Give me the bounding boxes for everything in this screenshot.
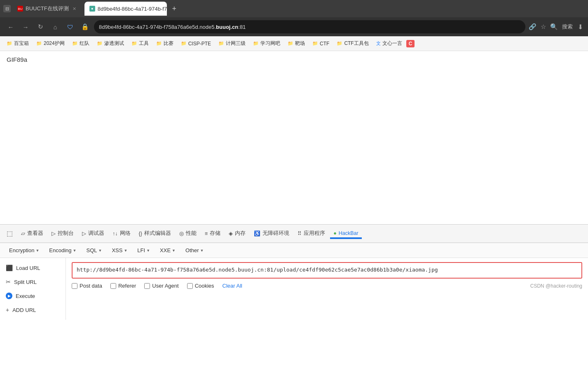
hackbar-menu-xxe[interactable]: XXE ▼ <box>156 246 180 255</box>
bookmark-learning[interactable]: 📁 学习网吧 <box>250 38 283 49</box>
dt-btn-inspector[interactable]: ▱ 查看器 <box>18 228 47 239</box>
xxe-arrow: ▼ <box>172 248 176 253</box>
clear-all-button[interactable]: Clear All <box>223 283 242 289</box>
address-input[interactable]: 8d9be4fd-86bc-4a71-974b-f758a76a6e5d.nod… <box>94 20 525 33</box>
dt-btn-console[interactable]: ▷ 控制台 <box>48 228 77 239</box>
dt-btn-network[interactable]: ↑↓ 网络 <box>109 228 134 239</box>
bookmark-baobao[interactable]: 📁 百宝箱 <box>3 38 32 49</box>
tab-bar-left: ⊟ <box>3 5 11 12</box>
dt-btn-hackbar[interactable]: ● HackBar <box>330 229 362 239</box>
bookmark-label: 工具 <box>139 40 149 47</box>
cookies-checkbox[interactable]: Cookies <box>187 283 214 289</box>
tab-favicon-active: ● <box>89 6 95 12</box>
bookmark-label: 学习网吧 <box>260 40 280 47</box>
url-input-box[interactable]: http://8d9be4fd-86bc-4a71-974b-f758a76a6… <box>72 262 582 279</box>
encoding-label: Encoding <box>49 247 71 253</box>
other-label: Other <box>185 247 199 253</box>
bookmark-2024[interactable]: 📁 2024护网 <box>33 38 68 49</box>
tab-close-buuctf[interactable]: ✕ <box>71 5 78 12</box>
load-url-icon: ⬛ <box>6 265 13 271</box>
bookmark-label: 渗透测试 <box>104 40 124 47</box>
folder-icon: 📁 <box>181 41 187 46</box>
dt-btn-style[interactable]: {} 样式编辑器 <box>136 228 174 239</box>
memory-icon: ◈ <box>229 230 233 237</box>
download-icon[interactable]: ⬇ <box>578 23 583 31</box>
inspector-label: 查看器 <box>27 230 43 237</box>
bookmark-cisp[interactable]: 📁 CISP-PTE <box>178 39 214 48</box>
folder-icon: 📁 <box>288 41 293 46</box>
split-url-icon: ✂ <box>6 279 11 285</box>
window-control-menu[interactable]: ⊟ <box>3 5 11 12</box>
search-label: 搜索 <box>562 23 573 30</box>
useragent-checkbox[interactable]: User Agent <box>144 283 178 289</box>
dt-btn-storage[interactable]: ≡ 存储 <box>201 228 224 239</box>
style-icon: {} <box>139 231 142 237</box>
performance-icon: ◎ <box>179 230 184 237</box>
bookmark-wenxin[interactable]: 文 文心一言 <box>373 38 405 49</box>
load-url-button[interactable]: ⬛ Load URL <box>0 261 66 274</box>
address-text: 8d9be4fd-86bc-4a71-974b-f758a76a6e5d.nod… <box>99 24 246 30</box>
debugger-label: 调试器 <box>88 230 104 237</box>
hackbar-menu-encryption[interactable]: Encryption ▼ <box>5 246 43 255</box>
useragent-check[interactable] <box>144 283 150 289</box>
forward-button[interactable]: → <box>20 21 31 33</box>
tab-bar: ⊟ BU BUUCTF在线评测 ✕ ● 8d9be4fd-86bc-4a71-9… <box>0 0 588 17</box>
refresh-button[interactable]: ↻ <box>35 21 46 33</box>
other-arrow: ▼ <box>200 248 204 253</box>
address-domain: buuoj.cn <box>216 24 238 30</box>
bookmark-label: CTF工具包 <box>344 40 368 47</box>
dt-btn-apps[interactable]: ⠿ 应用程序 <box>294 228 328 239</box>
xss-label: XSS <box>112 247 122 253</box>
dt-btn-performance[interactable]: ◎ 性能 <box>176 228 200 239</box>
bookmark-label: 文心一言 <box>382 40 402 47</box>
home-button[interactable]: ⌂ <box>49 21 61 33</box>
bookmark-c[interactable]: C <box>406 40 415 47</box>
back-button[interactable]: ← <box>5 21 16 33</box>
bookmark-pentest[interactable]: 📁 渗透测试 <box>94 38 127 49</box>
bookmark-label: 比赛 <box>164 40 173 47</box>
referer-check[interactable] <box>110 283 116 289</box>
postdata-checkbox[interactable]: Post data <box>72 283 102 289</box>
hackbar-menu-lfi[interactable]: LFI ▼ <box>133 246 154 255</box>
bookmark-star-icon[interactable]: ☆ <box>541 23 546 30</box>
folder-icon: 📁 <box>131 41 137 46</box>
folder-icon: 📁 <box>72 41 78 46</box>
execute-button[interactable]: ▶ Execute <box>0 289 66 302</box>
hackbar-menu-other[interactable]: Other ▼ <box>181 246 208 255</box>
browser-chrome: ⊟ BU BUUCTF在线评测 ✕ ● 8d9be4fd-86bc-4a71-9… <box>0 0 588 51</box>
tab-active[interactable]: ● 8d9be4fd-86bc-4a71-974b-f758 ✕ <box>84 2 167 16</box>
hackbar-menu-encoding[interactable]: Encoding ▼ <box>45 246 80 255</box>
bookmark-tools[interactable]: 📁 工具 <box>128 38 152 49</box>
bookmark-target[interactable]: 📁 靶场 <box>284 38 308 49</box>
dt-btn-accessibility[interactable]: ♿ 无障碍环境 <box>251 228 293 239</box>
split-url-label: Split URL <box>14 279 37 285</box>
bookmark-ctf[interactable]: 📁 CTF <box>309 39 333 48</box>
postdata-check[interactable] <box>72 283 77 289</box>
tab-label-buuctf: BUUCTF在线评测 <box>26 5 69 12</box>
referer-checkbox[interactable]: Referer <box>110 283 136 289</box>
network-icon[interactable]: 🔗 <box>529 23 536 30</box>
hackbar-label: HackBar <box>339 230 358 236</box>
bookmark-redteam[interactable]: 📁 红队 <box>69 38 93 49</box>
dt-btn-pick[interactable]: ⬚ <box>3 228 16 239</box>
dt-btn-debugger[interactable]: ▷ 调试器 <box>79 228 108 239</box>
search-icon[interactable]: 🔍 <box>550 23 558 30</box>
accessibility-label: 无障碍环境 <box>262 230 289 237</box>
apps-icon: ⠿ <box>298 230 302 237</box>
bookmark-network[interactable]: 📁 计网三级 <box>215 38 249 49</box>
hackbar-menu-sql[interactable]: SQL ▼ <box>82 246 106 255</box>
cookies-check[interactable] <box>187 283 193 289</box>
dt-btn-memory[interactable]: ◈ 内存 <box>225 228 249 239</box>
bookmark-ctftools[interactable]: 📁 CTF工具包 <box>333 38 372 49</box>
page-text: GIF89a <box>7 56 27 63</box>
encryption-label: Encryption <box>9 247 34 253</box>
split-url-button[interactable]: ✂ Split URL <box>0 275 66 288</box>
storage-label: 存储 <box>210 230 220 237</box>
hackbar-menu-xss[interactable]: XSS ▼ <box>108 246 131 255</box>
new-tab-button[interactable]: + <box>169 3 180 14</box>
console-icon: ▷ <box>52 230 56 237</box>
tab-buuctf[interactable]: BU BUUCTF在线评测 ✕ <box>12 2 83 16</box>
useragent-label: User Agent <box>152 283 178 289</box>
bookmark-contest[interactable]: 📁 比赛 <box>153 38 177 49</box>
add-url-button[interactable]: + ADD URL <box>0 303 66 316</box>
